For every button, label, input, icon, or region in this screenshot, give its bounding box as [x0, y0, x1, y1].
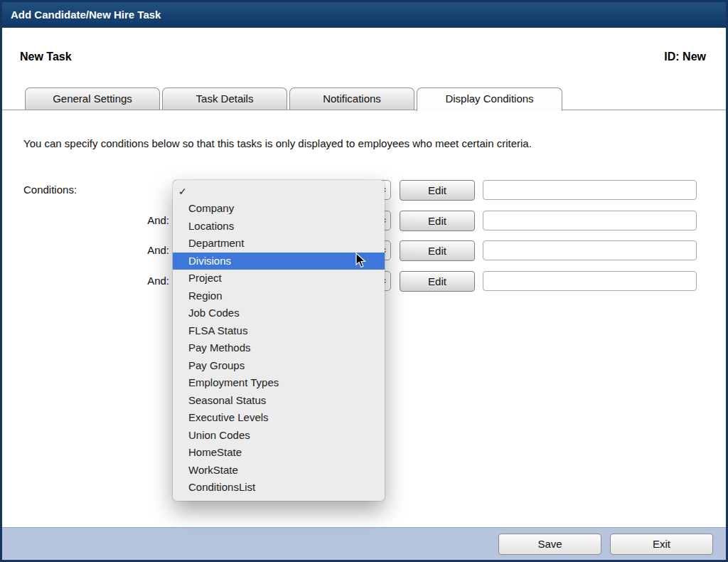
and-label: And: [144, 271, 169, 291]
conditions-description: You can specify conditions below so that… [23, 137, 532, 149]
dropdown-item-company[interactable]: Company [173, 200, 385, 218]
dropdown-item-seasonal-status[interactable]: Seasonal Status [173, 392, 385, 410]
page-title: New Task [20, 51, 72, 63]
footer-bar: Save Exit [2, 527, 726, 560]
edit-button-1[interactable]: Edit [400, 180, 475, 201]
tab-display-conditions[interactable]: Display Conditions [417, 88, 562, 111]
tab-notifications[interactable]: Notifications [289, 88, 414, 110]
edit-button-4[interactable]: Edit [400, 271, 475, 292]
dropdown-item-homestate[interactable]: HomeState [173, 444, 385, 462]
dropdown-item-conditionslist[interactable]: ConditionsList [173, 479, 385, 497]
tab-bar: General Settings Task Details Notificati… [25, 88, 562, 111]
and-label: And: [144, 211, 169, 230]
save-button[interactable]: Save [498, 534, 601, 555]
tab-general-settings[interactable]: General Settings [25, 88, 160, 110]
dropdown-item-department[interactable]: Department [173, 235, 385, 253]
condition-value-input-4[interactable] [483, 271, 697, 291]
dropdown-item-pay-methods[interactable]: Pay Methods [173, 339, 385, 357]
dropdown-item-divisions[interactable]: Divisions [173, 253, 385, 270]
dropdown-item-job-codes[interactable]: Job Codes [173, 304, 385, 322]
condition-value-input-2[interactable] [483, 211, 697, 230]
dialog-window: Add Candidate/New Hire Task New Task ID:… [0, 0, 728, 562]
checkmark-icon: ✓ [178, 186, 187, 197]
edit-button-3[interactable]: Edit [400, 240, 475, 261]
dropdown-item-locations[interactable]: Locations [173, 218, 385, 235]
record-id-label: ID: New [664, 51, 706, 63]
edit-button-2[interactable]: Edit [400, 211, 475, 231]
dropdown-item-pay-groups[interactable]: Pay Groups [173, 357, 385, 375]
dropdown-item-project[interactable]: Project [173, 270, 385, 287]
dropdown-item-blank-selected[interactable]: ✓ [173, 183, 385, 200]
condition-value-input-1[interactable] [483, 180, 697, 200]
tab-task-details[interactable]: Task Details [162, 88, 287, 110]
dropdown-item-executive-levels[interactable]: Executive Levels [173, 409, 385, 427]
dropdown-item-region[interactable]: Region [173, 287, 385, 305]
exit-button[interactable]: Exit [610, 534, 713, 555]
condition-value-input-3[interactable] [483, 240, 697, 260]
dropdown-item-union-codes[interactable]: Union Codes [173, 427, 385, 445]
window-title: Add Candidate/New Hire Task [2, 2, 726, 28]
and-label: And: [144, 240, 169, 260]
condition-dropdown-menu: ✓ Company Locations Department Divisions… [173, 180, 385, 501]
dropdown-item-employment-types[interactable]: Employment Types [173, 374, 385, 392]
dropdown-item-workstate[interactable]: WorkState [173, 462, 385, 479]
dropdown-item-flsa-status[interactable]: FLSA Status [173, 322, 385, 340]
